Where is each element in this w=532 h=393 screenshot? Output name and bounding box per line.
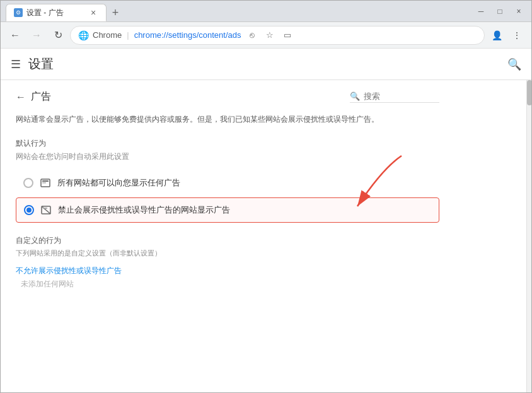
svg-rect-1 (42, 180, 49, 182)
address-bar[interactable]: 🌐 Chrome | chrome://settings/content/ads… (70, 26, 485, 45)
settings-content[interactable]: ← 广告 🔍 网站通常会显示广告，以便能够免费提供内容或服务。但是，我们已知某些… (1, 80, 526, 392)
address-site-icon: 🌐 (78, 30, 89, 40)
address-chrome-label: Chrome (93, 30, 122, 40)
nav-extra-buttons: 👤 ⋮ (487, 26, 526, 45)
block-ads-icon (40, 204, 52, 216)
profile-button[interactable]: 👤 (487, 26, 506, 45)
page-description: 网站通常会显示广告，以便能够免费提供内容或服务。但是，我们已知某些网站会展示侵扰… (16, 114, 439, 126)
titlebar: ⚙ 设置 - 广告 × + ─ □ × (1, 1, 531, 22)
ads-icon (40, 177, 51, 189)
active-tab[interactable]: ⚙ 设置 - 广告 × (6, 4, 107, 21)
address-url-text: chrome://settings/content/ads (134, 30, 241, 40)
custom-behavior-heading: 自定义的行为 (16, 235, 439, 246)
custom-behavior-sub: 下列网站采用的是自定义设置（而非默认设置） (16, 249, 439, 258)
reload-button[interactable]: ↻ (49, 26, 67, 45)
radio-block-intrusive[interactable] (24, 205, 34, 215)
search-row: 🔍 (350, 91, 439, 103)
window-controls: ─ □ × (472, 1, 531, 21)
scrollbar-track[interactable] (526, 80, 531, 392)
browser-window: ⚙ 设置 - 广告 × + ─ □ × ← → ↻ 🌐 Chrome | chr… (0, 0, 532, 393)
menu-button[interactable]: ⋮ (507, 26, 526, 45)
search-icon: 🔍 (350, 91, 360, 101)
settings-header: ☰ 设置 🔍 (1, 49, 531, 80)
page-back-arrow: ← (16, 91, 26, 103)
option1-label: 所有网站都可以向您显示任何广告 (57, 177, 180, 189)
back-button[interactable]: ← (6, 26, 25, 45)
svg-rect-5 (43, 208, 47, 209)
tab-favicon: ⚙ (14, 8, 23, 17)
maximize-button[interactable]: □ (491, 3, 509, 20)
svg-rect-2 (42, 182, 46, 184)
tab-title: 设置 - 广告 (26, 8, 64, 18)
no-sites-text: 未添加任何网站 (16, 279, 439, 290)
hamburger-button[interactable]: ☰ (11, 57, 21, 71)
split-view-button[interactable]: ▭ (280, 28, 295, 43)
page-navigation: ← 广告 🔍 (16, 90, 439, 103)
search-input[interactable] (364, 91, 439, 101)
minimize-button[interactable]: ─ (472, 3, 490, 20)
address-separator: | (127, 30, 129, 40)
content-area: ← 广告 🔍 网站通常会显示广告，以便能够免费提供内容或服务。但是，我们已知某些… (1, 80, 531, 392)
svg-line-4 (42, 206, 50, 214)
tab-close-button[interactable]: × (88, 8, 98, 18)
page-heading: 广告 (31, 90, 51, 103)
radio-inner-dot (26, 208, 32, 213)
radio-allow-all[interactable] (23, 178, 33, 188)
close-button[interactable]: × (510, 3, 528, 20)
settings-title: 设置 (28, 56, 507, 73)
navbar: ← → ↻ 🌐 Chrome | chrome://settings/conte… (1, 22, 531, 49)
option2-label: 禁止会展示侵扰性或误导性广告的网站显示广告 (58, 204, 230, 216)
settings-search-button[interactable]: 🔍 (507, 57, 521, 71)
default-behavior-sub: 网站会在您访问时自动采用此设置 (16, 151, 439, 162)
default-behavior-heading: 默认行为 (16, 138, 439, 149)
not-allow-heading: 不允许展示侵扰性或误导性广告 (16, 266, 439, 276)
new-tab-button[interactable]: + (107, 4, 124, 21)
address-actions: ⎋ ☆ ▭ (245, 28, 295, 43)
share-button[interactable]: ⎋ (245, 28, 260, 43)
custom-behavior-section: 自定义的行为 下列网站采用的是自定义设置（而非默认设置） 不允许展示侵扰性或误导… (16, 235, 439, 290)
forward-button[interactable]: → (27, 26, 46, 45)
bookmark-button[interactable]: ☆ (262, 28, 277, 43)
back-row[interactable]: ← 广告 (16, 90, 51, 103)
option-block-intrusive-ads[interactable]: 禁止会展示侵扰性或误导性广告的网站显示广告 (16, 197, 439, 223)
scrollbar-thumb[interactable] (527, 80, 531, 105)
option-allow-all-ads[interactable]: 所有网站都可以向您显示任何广告 (16, 171, 439, 195)
tab-area: ⚙ 设置 - 广告 × + (1, 1, 472, 21)
inner-page: ← 广告 🔍 网站通常会显示广告，以便能够免费提供内容或服务。但是，我们已知某些… (1, 80, 454, 300)
